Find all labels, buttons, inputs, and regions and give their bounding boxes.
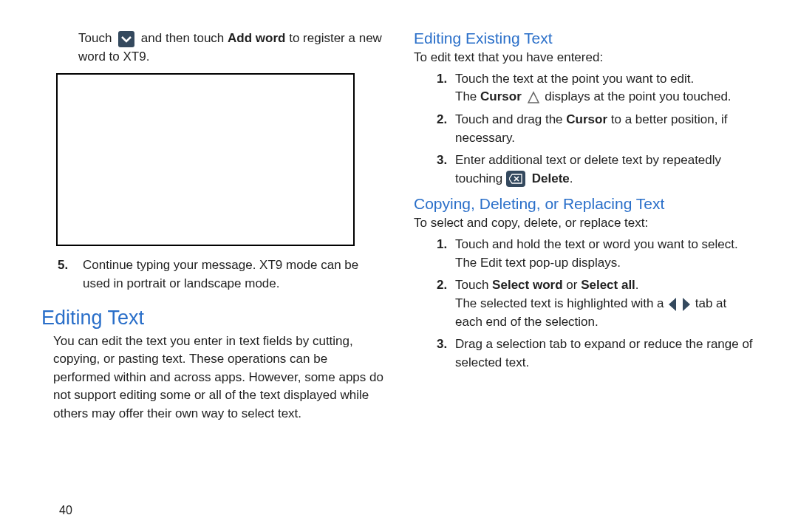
text: displays at the point you touched.: [545, 89, 731, 103]
text: The selected text is highlighted with a: [455, 296, 664, 310]
select-all-label: Select all: [581, 278, 635, 292]
list-item: Touch and drag the Cursor to a better po…: [451, 111, 757, 147]
sub2-intro: To select and copy, delete, or replace t…: [414, 214, 757, 233]
select-word-label: Select word: [492, 278, 562, 292]
editing-text-heading: Editing Text: [41, 307, 384, 330]
add-word-label: Add word: [228, 31, 285, 45]
cursor-label: Cursor: [480, 89, 522, 103]
text: or: [566, 278, 577, 292]
cursor-icon: [527, 91, 540, 104]
editing-text-body: You can edit the text you enter in text …: [41, 332, 384, 423]
text: Touch: [78, 31, 112, 45]
delete-icon: [506, 171, 525, 187]
text: .: [635, 278, 639, 292]
editing-existing-text-heading: Editing Existing Text: [414, 30, 757, 47]
sub1-intro: To edit text that you have entered:: [414, 49, 757, 67]
text: Touch and drag the: [455, 112, 563, 126]
copying-deleting-heading: Copying, Deleting, or Replacing Text: [414, 195, 757, 213]
list-item: Drag a selection tab to expand or reduce…: [451, 335, 757, 372]
cursor-label: Cursor: [566, 112, 607, 126]
text: Continue typing your message. XT9 mode c…: [83, 258, 358, 290]
list-item-5: Continue typing your message. XT9 mode c…: [78, 256, 384, 293]
text: The: [455, 89, 477, 103]
manual-page: Touch and then touch Add word to registe…: [0, 0, 798, 426]
selection-tab-right-icon: [681, 298, 692, 311]
dropdown-icon: [118, 31, 134, 47]
xt9-add-word-line: Touch and then touch Add word to registe…: [41, 30, 384, 66]
continued-list: Continue typing your message. XT9 mode c…: [41, 256, 384, 293]
text: Touch: [455, 278, 488, 292]
selection-tab-left-icon: [667, 298, 678, 311]
list-item: Enter additional text or delete text by …: [451, 151, 757, 188]
text: Touch and hold the text or word you want…: [455, 237, 738, 270]
text: .: [570, 171, 573, 185]
text: Enter additional text or delete text by …: [455, 153, 721, 185]
page-number: 40: [59, 504, 72, 517]
text: and then touch: [141, 31, 224, 45]
image-placeholder: [56, 73, 355, 246]
copying-deleting-list: Touch and hold the text or word you want…: [414, 236, 757, 372]
text: Drag a selection tab to expand or reduce…: [455, 337, 753, 369]
right-column: Editing Existing Text To edit text that …: [414, 30, 757, 426]
text: Touch the text at the point you want to …: [455, 72, 694, 86]
editing-existing-list: Touch the text at the point you want to …: [414, 70, 757, 188]
list-item: Touch and hold the text or word you want…: [451, 236, 757, 272]
delete-label: Delete: [532, 171, 570, 185]
left-column: Touch and then touch Add word to registe…: [41, 30, 384, 426]
list-item: Touch Select word or Select all. The sel…: [451, 276, 757, 331]
list-item: Touch the text at the point you want to …: [451, 70, 757, 106]
